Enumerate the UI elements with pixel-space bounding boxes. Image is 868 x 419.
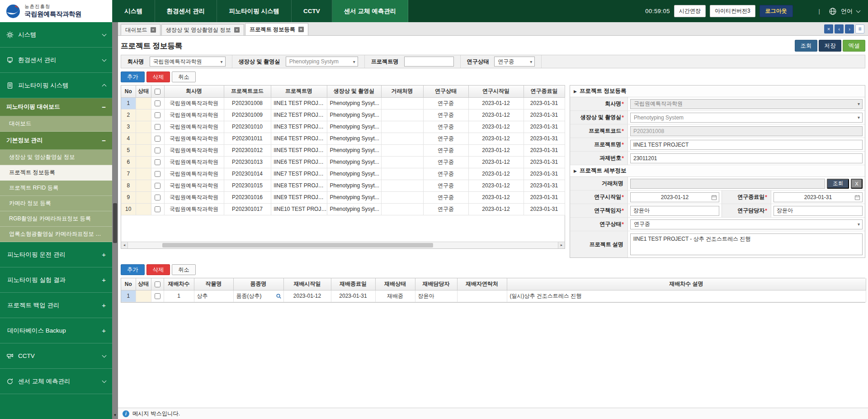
end-date-input[interactable]: 2023-01-31 — [774, 192, 863, 202]
row-checkbox-cell[interactable] — [151, 133, 164, 144]
horizontal-scrollbar[interactable]: ◂ ▸ — [121, 242, 565, 248]
sub-cancel-button[interactable]: 취소 — [172, 264, 196, 275]
table-row[interactable]: 4국립원예특작과학원P202301011lINE4 TEST PROJECTPh… — [121, 133, 565, 144]
row-checkbox-cell[interactable] — [151, 191, 164, 203]
description-textarea[interactable]: lINE1 TEST PROJECT - 상추 건조스트레스 진행 — [630, 233, 863, 255]
tab-close-icon[interactable]: × — [151, 27, 156, 33]
sidebar-item[interactable]: 환경센서 관리 — [0, 48, 112, 73]
row-checkbox-cell[interactable] — [151, 290, 164, 302]
nav-item[interactable]: CCTV — [292, 0, 332, 22]
tab[interactable]: 대쉬보드× — [121, 24, 160, 35]
row-checkbox[interactable] — [155, 206, 160, 212]
row-checkbox[interactable] — [155, 148, 160, 153]
column-header[interactable] — [151, 86, 164, 97]
row-checkbox-cell[interactable] — [151, 109, 164, 121]
row-checkbox-cell[interactable] — [151, 121, 164, 133]
sidebar-item[interactable]: CCTV — [0, 343, 112, 369]
main-add-button[interactable]: 추가 — [121, 71, 145, 82]
row-checkbox-cell[interactable] — [151, 168, 164, 180]
client-clear-button[interactable]: X — [851, 179, 863, 189]
table-row[interactable]: 2국립원예특작과학원P202301009lINE2 TEST PROJECTPh… — [121, 109, 565, 121]
row-checkbox-cell[interactable] — [151, 97, 164, 109]
row-checkbox[interactable] — [155, 293, 160, 299]
row-checkbox[interactable] — [155, 171, 160, 177]
sidebar-item[interactable]: 시스템 — [0, 22, 112, 48]
task-number-input[interactable] — [630, 153, 863, 163]
table-row[interactable]: 10국립원예특작과학원P202301017lINE10 TEST PROJE..… — [121, 203, 565, 215]
tab-list-menu-button[interactable]: ≡ — [855, 24, 864, 33]
close-all-tabs-button[interactable]: × — [824, 24, 833, 33]
row-checkbox[interactable] — [155, 159, 160, 165]
start-date-input[interactable]: 2023-01-12 — [630, 192, 719, 202]
row-checkbox-cell[interactable] — [151, 156, 164, 168]
sidebar-item[interactable]: 피노타이핑 대쉬보드− — [0, 98, 112, 116]
scroll-right-arrow-icon[interactable]: ▸ — [558, 242, 565, 248]
sidebar-item[interactable]: 피노타이핑 운전 관리+ — [0, 242, 112, 267]
row-checkbox-cell[interactable] — [151, 180, 164, 191]
sidebar-item[interactable]: 기본정보 관리− — [0, 132, 112, 150]
sidebar-item[interactable]: 프로젝트 정보등록 — [0, 165, 112, 181]
sub-delete-button[interactable]: 삭제 — [146, 264, 170, 275]
logout-button[interactable]: 로그아웃 — [760, 5, 793, 17]
chamber-select[interactable]: Phenotyping System▾ — [630, 113, 863, 123]
client-search-button[interactable]: 조회 — [827, 179, 849, 189]
sidebar-scrollbar[interactable]: ▾ — [112, 22, 118, 419]
chamber-filter-select[interactable]: Phenotyping Systym ▾ — [286, 57, 358, 67]
row-checkbox[interactable] — [155, 195, 160, 200]
tab-close-icon[interactable]: × — [298, 27, 304, 32]
prev-tab-button[interactable]: ‹ — [835, 24, 844, 33]
select-all-checkbox[interactable] — [155, 281, 160, 287]
sub-add-button[interactable]: 추가 — [121, 264, 145, 275]
language-label[interactable]: 언어 — [841, 7, 853, 15]
search-icon[interactable] — [276, 293, 282, 299]
table-row[interactable]: 5국립원예특작과학원P202301012lINE5 TEST PROJECTPh… — [121, 144, 565, 156]
tab[interactable]: 프로젝트 정보등록× — [245, 23, 308, 35]
sidebar-item[interactable]: 데이타베이스 Backup+ — [0, 318, 112, 343]
nav-item[interactable]: 시스템 — [112, 0, 155, 22]
row-checkbox[interactable] — [155, 136, 160, 142]
nav-item[interactable]: 환경센서 관리 — [155, 0, 217, 22]
tab-close-icon[interactable]: × — [234, 27, 240, 33]
table-row[interactable]: 6국립원예특작과학원P202301013lINE6 TEST PROJECTPh… — [121, 156, 565, 168]
main-delete-button[interactable]: 삭제 — [146, 71, 170, 82]
company-select[interactable]: 국립원예특작과학원▾ — [630, 99, 863, 109]
sidebar-item[interactable]: 피노타이핑 실험 결과+ — [0, 267, 112, 293]
sidebar-item[interactable]: 센서 교체 예측관리 — [0, 369, 112, 394]
row-checkbox-cell[interactable] — [151, 203, 164, 215]
table-row[interactable]: 3국립원예특작과학원P202301010lINE3 TEST PROJECTPh… — [121, 121, 565, 133]
scrollbar-thumb[interactable] — [162, 243, 433, 248]
table-row[interactable]: 1국립원예특작과학원P202301008lINE1 TEST PROJECTPh… — [121, 97, 565, 109]
table-row[interactable]: 9국립원예특작과학원P202301016lINE9 TEST PROJECTPh… — [121, 191, 565, 203]
nav-item[interactable]: 센서 교체 예측관리 — [332, 0, 409, 22]
table-row[interactable]: 11상추품종(상추)2023-01-122023-01-31재배중장윤아(일시)… — [121, 290, 866, 302]
save-button[interactable]: 저장 — [819, 40, 841, 52]
sidebar-item[interactable]: 대쉬보드 — [0, 116, 112, 132]
sidebar-scrollbar-thumb[interactable] — [113, 203, 117, 243]
project-name-input[interactable] — [630, 140, 863, 150]
row-checkbox[interactable] — [155, 183, 160, 189]
chevron-down-icon[interactable] — [856, 8, 861, 13]
globe-icon[interactable] — [829, 7, 837, 15]
tab[interactable]: 생장상 및 영상촬영실 정보× — [161, 24, 244, 35]
company-filter-select[interactable]: 국립원예특작과학원 ▾ — [150, 57, 226, 67]
collapse-chevron-icon[interactable]: ▾ — [112, 413, 118, 417]
status-select[interactable]: 연구중▾ — [630, 219, 863, 229]
next-tab-button[interactable]: › — [845, 24, 854, 33]
excel-button[interactable]: 엑셀 — [843, 40, 865, 52]
sidebar-item[interactable]: 피노타이핑 시스템 — [0, 73, 112, 98]
row-checkbox[interactable] — [155, 100, 160, 106]
main-cancel-button[interactable]: 취소 — [172, 71, 196, 82]
table-row[interactable]: 7국립원예특작과학원P202301014lINE7 TEST PROJECTPh… — [121, 168, 565, 180]
scroll-left-arrow-icon[interactable]: ◂ — [121, 242, 128, 248]
extend-time-button[interactable]: 시간연장 — [674, 5, 706, 17]
project-name-filter-input[interactable] — [404, 57, 454, 67]
calendar-icon[interactable] — [854, 195, 860, 200]
nav-item[interactable]: 피노타이핑 시스템 — [217, 0, 292, 22]
row-checkbox-cell[interactable] — [151, 144, 164, 156]
calendar-icon[interactable] — [711, 195, 717, 200]
lead-researcher-input[interactable] — [630, 206, 719, 216]
column-header[interactable] — [151, 278, 164, 290]
sidebar-item[interactable]: 프로젝트 백업 관리+ — [0, 293, 112, 318]
account-button[interactable]: 아이티컨버전3 — [710, 5, 755, 17]
sidebar-item[interactable]: 카메라 정보 등록 — [0, 196, 112, 211]
